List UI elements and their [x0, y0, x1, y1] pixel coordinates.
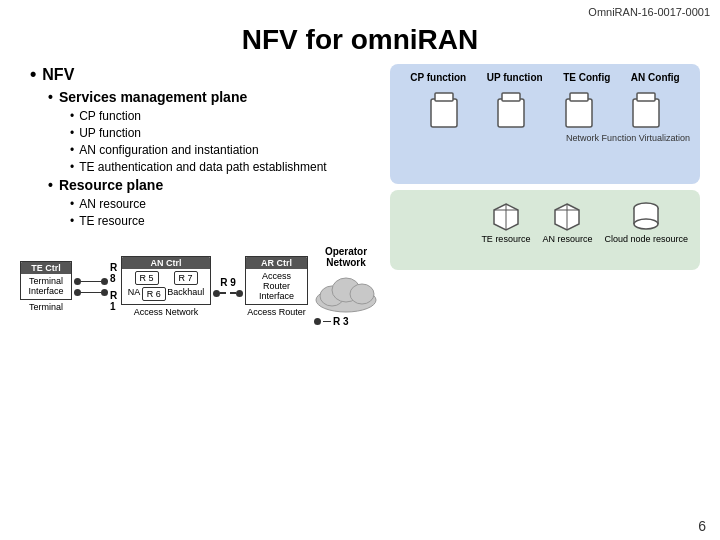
dot-r8-left — [74, 278, 81, 285]
svg-point-22 — [634, 219, 658, 229]
svg-rect-6 — [498, 99, 524, 127]
svg-rect-8 — [566, 99, 592, 127]
ar-label: Access Router — [247, 307, 306, 317]
ar-node: AR Ctrl Access Router Interface Access R… — [245, 256, 308, 317]
services-item-1: CP function — [70, 109, 380, 123]
nfv-icons — [400, 89, 690, 129]
r9-connector: R 9 — [213, 277, 243, 297]
svg-rect-9 — [570, 93, 588, 101]
resource-bullet: Resource plane — [48, 177, 380, 193]
nfv-header-te: TE Config — [563, 72, 610, 83]
cloud-shape — [312, 270, 380, 314]
dot-r1-right — [101, 289, 108, 296]
left-panel: NFV Services management plane CP functio… — [20, 64, 380, 327]
nfv-icon-cp — [429, 89, 459, 129]
te-resource-group: TE resource — [481, 202, 530, 244]
services-item-4: TE authentication and data path establis… — [70, 160, 380, 174]
r5-box: R 5 — [135, 271, 159, 285]
backhaul-label: Backhaul — [167, 287, 204, 301]
terminal-row2: Interface — [26, 286, 66, 296]
terminal-connectors — [74, 278, 108, 296]
operator-label: Operator Network — [312, 246, 380, 268]
an-node: AN Ctrl R 5 R 7 NA R 6 Backhaul Access N… — [121, 256, 211, 317]
nfv-footer: Network Function Virtualization — [400, 133, 690, 143]
resource-diagram: TE resource AN resource — [390, 190, 700, 270]
r-labels: R 8 R 1 — [110, 262, 119, 312]
nfv-icon-up — [496, 89, 526, 129]
services-item-3: AN configuration and instantiation — [70, 143, 380, 157]
an-label: Access Network — [134, 307, 199, 317]
terminal-label: Terminal — [29, 302, 63, 312]
r3-row: R 3 — [314, 316, 380, 327]
right-panel: CP function UP function TE Config AN Con… — [390, 64, 700, 327]
resource-item-1: AN resource — [70, 197, 380, 211]
doc-id: OmniRAN-16-0017-0001 — [588, 6, 710, 18]
svg-rect-11 — [637, 93, 655, 101]
svg-rect-10 — [633, 99, 659, 127]
r1-label: R 1 — [110, 290, 119, 312]
dot-r1-left — [74, 289, 81, 296]
r3-label: R 3 — [333, 316, 349, 327]
nfv-headers: CP function UP function TE Config AN Con… — [400, 72, 690, 83]
nfv-icon-te — [564, 89, 594, 129]
services-list: CP function UP function AN configuration… — [70, 109, 380, 174]
terminal-row1: Terminal — [26, 276, 66, 286]
svg-rect-7 — [502, 93, 520, 101]
an-resource-label: AN resource — [542, 234, 592, 244]
nfv-bullet: NFV — [30, 64, 380, 85]
an-ctrl-header: AN Ctrl — [122, 257, 210, 269]
svg-rect-5 — [435, 93, 453, 101]
nfv-header-up: UP function — [487, 72, 543, 83]
network-diagram: TE Ctrl Terminal Interface Terminal — [20, 246, 380, 327]
te-resource-label: TE resource — [481, 234, 530, 244]
cloud-resource-label: Cloud node resource — [604, 234, 688, 244]
r7-box: R 7 — [174, 271, 198, 285]
resource-icons: TE resource AN resource — [398, 196, 692, 248]
dot-r3 — [314, 318, 321, 325]
page-number: 6 — [698, 518, 706, 534]
an-resource-group: AN resource — [542, 202, 592, 244]
dot-r9-right — [236, 290, 243, 297]
r9-label: R 9 — [220, 277, 236, 288]
terminal-node: TE Ctrl Terminal Interface Terminal — [20, 261, 72, 312]
cloud-resource-group: Cloud node resource — [604, 200, 688, 244]
services-item-2: UP function — [70, 126, 380, 140]
nfv-services-diagram: CP function UP function TE Config AN Con… — [390, 64, 700, 184]
ar-ctrl-header: AR Ctrl — [246, 257, 307, 269]
nfv-header-an: AN Config — [631, 72, 680, 83]
svg-rect-4 — [431, 99, 457, 127]
te-ctrl-header: TE Ctrl — [21, 262, 71, 274]
nfv-icon-an — [631, 89, 661, 129]
nfv-header-cp: CP function — [410, 72, 466, 83]
resource-list: AN resource TE resource — [70, 197, 380, 228]
ar-body: Access Router Interface — [251, 271, 302, 301]
svg-point-3 — [350, 284, 374, 304]
operator-section: Operator Network R 3 — [312, 246, 380, 327]
na-label: NA — [128, 287, 141, 301]
dot-r8-right — [101, 278, 108, 285]
resource-item-2: TE resource — [70, 214, 380, 228]
r8-label: R 8 — [110, 262, 119, 284]
services-bullet: Services management plane — [48, 89, 380, 105]
dot-r9-left — [213, 290, 220, 297]
r6-box: R 6 — [142, 287, 166, 301]
